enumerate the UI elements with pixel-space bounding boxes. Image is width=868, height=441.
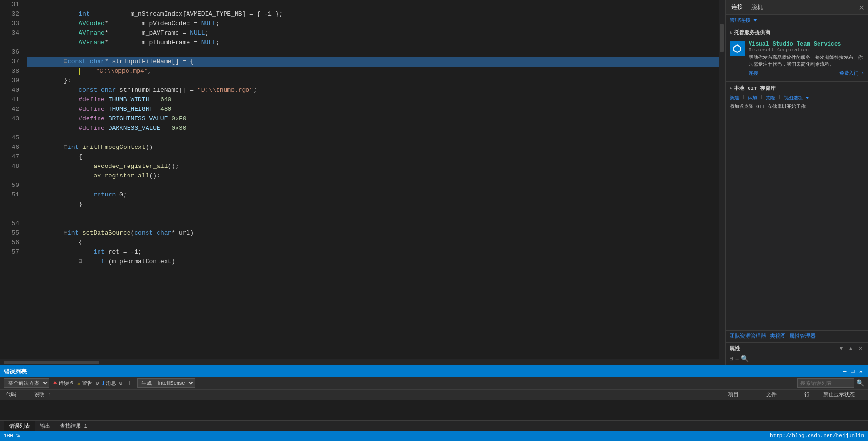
line-num-45: 45: [5, 133, 19, 143]
right-panel-spacer: [726, 113, 868, 330]
panel-controls: — □ ✕: [841, 368, 864, 375]
code-lines[interactable]: int m_nStreamIndex[AVMEDIA_TYPE_NB] = { …: [23, 0, 719, 359]
bottom-panel-title: 错误列表: [4, 368, 27, 376]
error-table-header: 代码 说明 ↑ 项目 文件 行 禁止显示状态: [0, 390, 868, 400]
bottom-panel-header: 错误列表 — □ ✕: [0, 366, 868, 377]
line-num-35: [5, 38, 19, 48]
info-icon: ℹ: [102, 380, 104, 386]
close-panel-icon[interactable]: ✕: [859, 2, 864, 12]
code-line-52: [27, 200, 719, 209]
code-line-51: }: [27, 190, 719, 200]
git-view-options-link[interactable]: 视图选项 ▼: [784, 95, 809, 101]
search-box: 🔍: [797, 378, 864, 388]
line-num-52: [5, 200, 19, 209]
warning-label: 警告 0: [82, 380, 99, 387]
line-numbers: 31 32 33 34 36 37 38 39 40 41 42 43 45 4…: [0, 0, 23, 359]
properties-close-btn[interactable]: ✕: [857, 344, 864, 352]
code-line-56: int ret = -1;: [27, 238, 719, 247]
horizontal-scrollbar[interactable]: [0, 359, 725, 365]
line-num-46: 46: [5, 143, 19, 152]
status-bar: 100 % http://blog.csdn.net/hejjunlin: [0, 431, 868, 441]
properties-pin-btn[interactable]: ▼: [838, 344, 845, 352]
right-panel-header: 连接 脱机 ✕: [726, 0, 868, 15]
error-icon: ✖: [53, 379, 57, 387]
search-errors-input[interactable]: [797, 378, 854, 388]
local-git-section: 本地 GIT 存储库 新建 | 添加 | 克隆 | 视图选项 ▼ 添加或克隆 G…: [726, 82, 868, 113]
bottom-toolbar: 整个解决方案 ✖ 错误 0 ⚠ 警告 0 ℹ 消息 0 | 生成 + Intel…: [0, 377, 868, 390]
panel-close-btn[interactable]: ✕: [858, 368, 864, 375]
line-num-53: [5, 209, 19, 219]
line-num-37: 37: [5, 57, 19, 67]
tab-error-list[interactable]: 错误列表: [4, 421, 35, 431]
git-new-link[interactable]: 新建: [730, 95, 739, 101]
vertical-scrollbar[interactable]: [719, 0, 725, 359]
line-num-50: 50: [5, 181, 19, 190]
filter-select[interactable]: 生成 + IntelliSense: [137, 378, 195, 388]
col-header-code: 代码: [4, 391, 32, 399]
tab-connect[interactable]: 连接: [730, 2, 745, 12]
bottom-tab-bar: 错误列表 输出 查找结果 1: [0, 420, 868, 431]
properties-search-icon[interactable]: 🔍: [741, 355, 749, 363]
col-header-project: 项目: [726, 391, 764, 399]
error-badge: ✖ 错误 0: [53, 379, 73, 387]
scroll-thumb[interactable]: [720, 24, 724, 52]
team-explorer-link[interactable]: 团队资源管理器: [730, 333, 766, 340]
vsts-free-link[interactable]: 免费入门 ›: [839, 70, 864, 77]
col-header-desc[interactable]: 说明 ↑: [32, 391, 726, 399]
col-header-suppress: 禁止显示状态: [821, 391, 864, 399]
status-zoom: 100 %: [4, 433, 20, 439]
h-scroll-thumb[interactable]: [4, 361, 99, 364]
warning-badge: ⚠ 警告 0: [77, 380, 99, 387]
message-badge: ℹ 消息 0: [102, 380, 122, 387]
local-git-title: 本地 GIT 存储库: [730, 85, 864, 92]
properties-sort-icon[interactable]: ⊞: [730, 355, 733, 363]
line-num-31: 31: [5, 0, 19, 10]
manage-connections-link[interactable]: 管理连接 ▼: [730, 18, 757, 23]
git-clone-link[interactable]: 克隆: [766, 95, 775, 101]
git-add-link[interactable]: 添加: [748, 95, 757, 101]
message-label: 消息 0: [106, 380, 122, 387]
code-line-53: [27, 209, 719, 219]
line-num-32: 32: [5, 10, 19, 19]
properties-icons-row: ⊞ ≡ 🔍: [730, 354, 864, 363]
line-num-57: 57: [5, 247, 19, 257]
line-num-44: [5, 124, 19, 133]
properties-list-icon[interactable]: ≡: [735, 355, 739, 363]
properties-mgr-link[interactable]: 属性管理器: [789, 333, 816, 340]
tab-offline[interactable]: 脱机: [750, 2, 765, 12]
tab-output[interactable]: 输出: [35, 421, 55, 431]
properties-header: 属性 ▼ ▲ ✕: [730, 344, 864, 352]
status-url: http://blog.csdn.net/hejjunlin: [770, 433, 864, 439]
line-num-36: 36: [5, 48, 19, 57]
vsts-connect-link[interactable]: 连接: [749, 70, 758, 77]
line-num-55: 55: [5, 228, 19, 238]
right-panel: 连接 脱机 ✕ 管理连接 ▼ 托管服务提供商 Visual Studio Tea…: [725, 0, 868, 365]
vsts-service-text: Visual Studio Team Services Microsoft Co…: [749, 41, 864, 77]
line-num-33: 33: [5, 19, 19, 29]
main-area: 31 32 33 34 36 37 38 39 40 41 42 43 45 4…: [0, 0, 868, 365]
right-panel-nav: 团队资源管理器 类视图 属性管理器: [726, 330, 868, 342]
tab-find-results[interactable]: 查找结果 1: [55, 421, 92, 431]
properties-panel: 属性 ▼ ▲ ✕ ⊞ ≡ 🔍: [726, 342, 868, 365]
bottom-tabs-list: 错误列表 输出 查找结果 1: [4, 421, 92, 431]
panel-maximize-btn[interactable]: □: [850, 368, 856, 375]
code-content: 31 32 33 34 36 37 38 39 40 41 42 43 45 4…: [0, 0, 725, 359]
scope-select[interactable]: 整个解决方案: [4, 378, 49, 388]
line-num-41: 41: [5, 95, 19, 105]
line-num-39: 39: [5, 76, 19, 86]
properties-float-btn[interactable]: ▲: [847, 344, 855, 352]
properties-toolbar: ▼ ▲ ✕: [838, 344, 864, 352]
col-header-file: 文件: [764, 391, 802, 399]
vsts-service-corp: Microsoft Corporation: [749, 48, 864, 53]
code-line-45: ⊟int initFFmpegContext(): [27, 133, 719, 143]
line-num-54: 54: [5, 219, 19, 228]
line-num-51: 51: [5, 190, 19, 200]
hosted-services-title: 托管服务提供商: [730, 29, 864, 36]
code-line-31: int m_nStreamIndex[AVMEDIA_TYPE_NB] = { …: [27, 0, 719, 10]
git-desc: 添加或克隆 GIT 存储库以开始工作。: [730, 103, 864, 110]
panel-minimize-btn[interactable]: —: [841, 368, 848, 375]
search-errors-icon[interactable]: 🔍: [856, 379, 864, 387]
vsts-service-item: Visual Studio Team Services Microsoft Co…: [730, 39, 864, 78]
class-view-link[interactable]: 类视图: [770, 333, 786, 340]
line-num-48: 48: [5, 162, 19, 171]
